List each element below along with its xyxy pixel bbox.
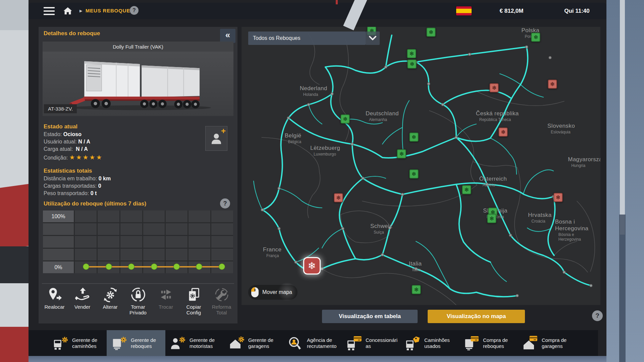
license-plate: AT-338-ZV.	[44, 104, 77, 113]
nav-item-recruitment[interactable]: Agência de recrutamento	[283, 330, 341, 356]
game-time: Qui 11:40	[552, 8, 602, 14]
help-button[interactable]: ?	[130, 6, 139, 15]
copyconfig-button[interactable]: Copiar Config	[180, 287, 208, 322]
trailer-marker-green[interactable]: ❄	[409, 170, 418, 179]
totals-row: Cargas transportadas: 0	[44, 183, 101, 189]
relocate-icon	[47, 287, 62, 302]
chart-cell	[211, 261, 233, 273]
condition-stars: ★★★★★	[69, 154, 103, 161]
trailer-marker-green[interactable]: ❄	[426, 27, 435, 37]
mouse-icon	[251, 287, 259, 298]
trailer-image	[61, 55, 219, 114]
sell-button[interactable]: Vender	[68, 287, 96, 322]
truck-gear-icon	[53, 336, 69, 351]
trailer-filter-dropdown[interactable]: Todos os Reboques	[248, 32, 366, 45]
nav-item-driver-gear[interactable]: Gerente de motoristas	[165, 330, 224, 356]
breadcrumb: MEUS REBOQUES	[86, 8, 134, 13]
menu-icon[interactable]	[44, 7, 55, 15]
trailer-marker-red[interactable]: ❄	[499, 127, 508, 136]
trailer-marker-green[interactable]: ❄	[412, 285, 421, 294]
collapse-panel-button[interactable]: «	[220, 29, 235, 43]
chart-cell	[143, 210, 165, 222]
chart-cell	[98, 236, 119, 248]
fleet-map[interactable]: PolskaPolôniaNederlandHolandaDeutschland…	[241, 27, 600, 305]
totals-title: Estatísticas totais	[44, 168, 92, 174]
nav-item-used-trucks[interactable]: Caminhões usados	[400, 330, 459, 356]
trailer-marker-selected[interactable]: ❄	[304, 258, 320, 274]
chart-cell	[75, 210, 97, 222]
chart-cell	[143, 261, 165, 273]
chart-cell	[120, 236, 142, 248]
assign-driver-button[interactable]: +	[205, 126, 227, 151]
trailer-buy-icon	[464, 336, 480, 351]
current-state-title: Estado atual	[44, 123, 77, 130]
chart-cell	[211, 210, 233, 222]
relocate-button[interactable]: Realocar	[41, 287, 68, 322]
nav-item-garage-gear[interactable]: Gerente de garagens	[224, 330, 283, 356]
chart-cell	[189, 261, 210, 273]
nav-item-label: Caminhões usados	[424, 337, 458, 349]
home-icon[interactable]	[62, 6, 73, 16]
modify-button[interactable]: Alterar	[96, 287, 124, 322]
game-scene-sky	[606, 0, 644, 362]
trailer-marker-green[interactable]: ❄	[397, 149, 406, 159]
nav-item-label: Concessionárias	[366, 337, 399, 349]
table-view-button[interactable]: Visualização em tabela	[322, 310, 418, 323]
nav-item-truck-gear[interactable]: Gerente de caminhões	[48, 330, 107, 356]
chart-cell	[143, 223, 165, 235]
breadcrumb-arrow-icon: ▶	[79, 9, 82, 13]
trailer-marker-red[interactable]: ❄	[553, 193, 562, 202]
dealer-truck-icon	[346, 336, 362, 351]
totals-row: Peso transportado: 0 t	[44, 190, 97, 196]
chart-cell	[75, 261, 97, 273]
utilization-chart: 100%0%	[43, 210, 233, 273]
chart-cell	[189, 236, 210, 248]
trailer-actions: Realocar Vender Alterar Tornar Privado T…	[41, 287, 235, 322]
utilization-help-button[interactable]: ?	[220, 198, 230, 208]
chart-cell	[43, 249, 74, 260]
chart-cell	[98, 223, 119, 235]
chart-cell	[189, 210, 210, 222]
condition-row: Condição: ★★★★★	[44, 154, 103, 161]
trailer-marker-red[interactable]: ❄	[548, 79, 557, 88]
trailer-marker-green[interactable]: ❄	[409, 132, 418, 141]
trailer-marker-red[interactable]: ❄	[334, 193, 343, 202]
nav-item-garage-buy[interactable]: Compra de garagens	[518, 330, 576, 356]
nav-item-label: Compra de garagens	[542, 337, 575, 349]
nav-item-trailer-buy[interactable]: Compra de reboques	[459, 330, 518, 356]
trailer-marker-green[interactable]: ❄	[462, 185, 471, 194]
nav-item-label: Gerente de caminhões	[72, 337, 106, 349]
overhaul-icon	[214, 287, 229, 302]
map-roads	[241, 27, 600, 305]
game-scene-detail	[336, 0, 338, 4]
chart-y-max-label: 100%	[43, 210, 74, 222]
private-button[interactable]: Tornar Privado	[124, 287, 152, 322]
chart-cell	[211, 223, 233, 235]
garage-buy-icon	[522, 336, 538, 351]
divider	[42, 283, 234, 284]
state-row: Carga atual: N / A	[44, 146, 88, 152]
state-row: Usuário atual: N / A	[44, 139, 90, 145]
utilization-title: Utilização do reboque (últimos 7 dias)	[44, 200, 146, 207]
trailer-marker-red[interactable]: ❄	[490, 83, 499, 92]
chart-cell	[120, 210, 142, 222]
map-help-button[interactable]: ?	[592, 310, 603, 321]
swap-button: Trocar	[152, 287, 180, 322]
map-view-button[interactable]: Visualização no mapa	[428, 310, 525, 323]
trailer-marker-green[interactable]: ❄	[487, 214, 496, 223]
chart-cell	[98, 210, 119, 222]
nav-item-dealer-truck[interactable]: Concessionárias	[341, 330, 400, 356]
trailer-marker-green[interactable]: ❄	[407, 49, 416, 58]
trailer-marker-green[interactable]: ❄	[341, 114, 350, 123]
chevron-down-icon[interactable]	[366, 32, 380, 45]
nav-item-label: Agência de recrutamento	[307, 337, 340, 349]
nav-item-trailer-gear[interactable]: Gerente de reboques	[107, 330, 165, 356]
chart-cell	[189, 223, 210, 235]
chart-cell	[75, 223, 97, 235]
trailer-marker-green[interactable]: ❄	[408, 60, 417, 69]
garage-gear-icon	[229, 336, 245, 351]
chart-cell	[120, 261, 142, 273]
pan-map-hint: Mover mapa	[248, 285, 298, 300]
trailer-marker-green[interactable]: ❄	[531, 33, 540, 42]
chart-cell	[75, 236, 97, 248]
